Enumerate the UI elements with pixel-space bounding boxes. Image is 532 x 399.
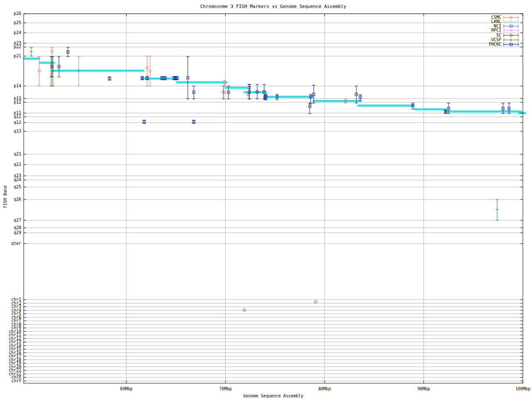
series-csmc — [37, 47, 347, 103]
x-tick-label: 90Mbp — [417, 387, 430, 391]
legend-entry: RPCI — [491, 28, 518, 32]
legend-entry: FHCRC — [489, 42, 518, 47]
axis-ticks: p26p25p24p23p22p21p14p13p12p11q11q12q13q… — [9, 11, 530, 391]
series-ucsf — [30, 47, 499, 220]
y-tick-label: p25 — [14, 20, 21, 25]
x-tick-label: 70Mbp — [219, 387, 232, 391]
chart-svg: p26p25p24p23p22p21p14p13p12p11q11q12q13q… — [0, 0, 532, 399]
legend-label: RPCI — [491, 28, 501, 32]
y-tick-label: q21 — [14, 152, 21, 156]
x-tick-label: 60Mbp — [120, 387, 133, 391]
y-tick-label: q27 — [14, 218, 21, 222]
y-tick-label: q25 — [14, 185, 21, 189]
y-tick-label: q11 — [14, 114, 21, 119]
x-tick-label: 80Mbp — [318, 387, 331, 391]
legend-label: LANL — [491, 19, 501, 24]
y-tick-label: p12 — [14, 100, 21, 104]
series-sc — [222, 86, 318, 312]
y-tick-label: q22 — [14, 162, 21, 167]
y-tick-label: q29 — [14, 230, 21, 235]
legend-label: SC — [496, 33, 501, 37]
marker-sc — [314, 300, 318, 303]
x-tick-label: 100Mbp — [515, 387, 530, 391]
legend-entry: UCSF — [491, 37, 518, 42]
y-tick-label: q24 — [14, 177, 21, 182]
y-tick-label: p22 — [14, 44, 21, 49]
y-tick-label: q13 — [14, 129, 21, 133]
legend-label: UCSF — [491, 37, 501, 42]
y-tick-label: p14 — [14, 84, 21, 88]
gridlines — [24, 14, 523, 383]
y-tick-label: p26 — [14, 11, 21, 16]
y-tick-label: q12 — [14, 120, 21, 125]
y-tick-label: p24 — [14, 30, 21, 35]
y-tick-label: chrY — [11, 379, 21, 383]
series-fhcrc — [50, 47, 510, 123]
legend-entry: SC — [496, 33, 518, 37]
y-tick-label: p21 — [14, 54, 21, 58]
chart-page: Chromosome 3 FISH Markers vs Genome Sequ… — [0, 0, 532, 399]
y-tick-label: q28 — [14, 225, 21, 230]
y-tick-label: q26 — [14, 197, 21, 202]
legend: CSMCLANLNCIRPCISCUCSFFHCRC — [489, 15, 518, 47]
legend-label: FHCRC — [489, 42, 501, 47]
y-tick-label: qter — [11, 241, 21, 246]
